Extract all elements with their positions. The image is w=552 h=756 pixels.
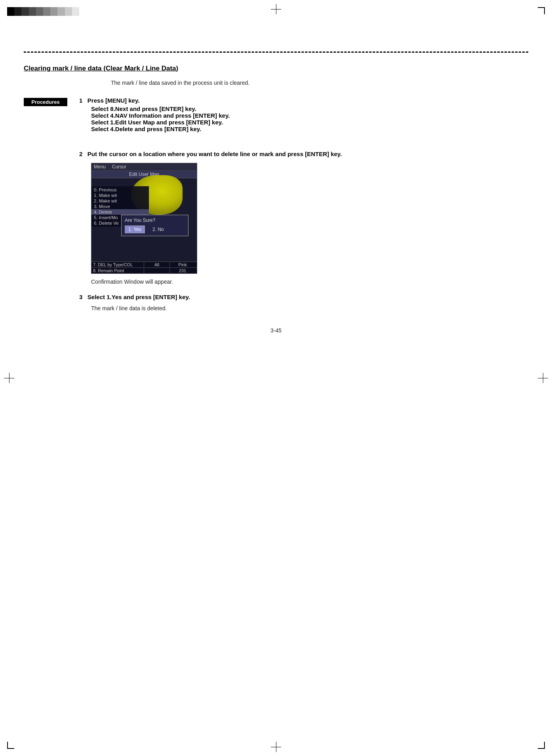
radar-bottom-label-1: 7. DEL by Type/COL bbox=[93, 262, 144, 267]
corner-mark-br bbox=[538, 742, 545, 749]
final-note: The mark / line data is deleted. bbox=[91, 305, 528, 311]
radar-bottom-all-1: All bbox=[144, 262, 169, 267]
radar-bottom-all-2 bbox=[144, 268, 169, 273]
step3-number: 3 Select 1.Yes and press [ENTER] key. bbox=[79, 294, 528, 300]
radar-menu-item-4: 4. Delete bbox=[91, 209, 149, 215]
procedures-badge: Procedures bbox=[24, 98, 67, 106]
step1-line3: Select 4.NAV Information and press [ENTE… bbox=[91, 112, 528, 119]
radar-cursor-label: Cursor bbox=[112, 164, 126, 170]
crosshair-top bbox=[271, 4, 281, 14]
radar-menu-item-2: 2. Make wit bbox=[91, 198, 149, 204]
confirm-buttons: 1. Yes 2. No bbox=[125, 225, 185, 233]
page-number: 3-45 bbox=[0, 327, 552, 334]
radar-bottom-val-1: Pink bbox=[169, 262, 195, 267]
step3-container: 3 Select 1.Yes and press [ENTER] key. Th… bbox=[79, 294, 528, 311]
confirm-separator bbox=[148, 227, 149, 232]
subtitle: The mark / line data saved in the proces… bbox=[111, 80, 528, 86]
confirm-dialog: Are You Sure? 1. Yes 2. No bbox=[121, 215, 188, 236]
corner-mark-bl bbox=[7, 742, 14, 749]
radar-bottom-label-2: 8. Remain Point bbox=[93, 268, 144, 273]
confirm-yes-btn[interactable]: 1. Yes bbox=[125, 225, 145, 233]
radar-bottom-row-1: 7. DEL by Type/COL All Pink bbox=[91, 262, 197, 267]
radar-screen-wrapper: Menu Cursor Edit User Map 0. Previous 1.… bbox=[91, 163, 528, 274]
radar-menu-item-1: 1. Make wit bbox=[91, 193, 149, 198]
main-content: Clearing mark / line data (Clear Mark / … bbox=[24, 53, 528, 311]
radar-bottom-val-2: 231 bbox=[169, 268, 195, 273]
radar-bottom: 7. DEL by Type/COL All Pink 8. Remain Po… bbox=[91, 262, 197, 273]
radar-menu-item-0: 0. Previous bbox=[91, 187, 149, 193]
corner-mark-tr bbox=[538, 7, 545, 14]
radar-menu-label: Menu bbox=[94, 164, 106, 170]
crosshair-left bbox=[4, 373, 14, 383]
radar-menu-item-3: 3. Move bbox=[91, 204, 149, 209]
step1-content: 1 Press [MENU] key. Select 8.Next and pr… bbox=[79, 97, 528, 141]
step1-lines: Select 8.Next and press [ENTER] key. Sel… bbox=[91, 105, 528, 132]
step1: 1 Press [MENU] key. Select 8.Next and pr… bbox=[79, 97, 528, 132]
step2-container: 2 Put the cursor on a location where you… bbox=[79, 151, 528, 285]
step1-line5: Select 4.Delete and press [ENTER] key. bbox=[91, 126, 528, 132]
step2-header: 2 Put the cursor on a location where you… bbox=[79, 151, 528, 157]
confirm-dialog-title: Are You Sure? bbox=[125, 218, 185, 223]
radar-top-bar: Menu Cursor bbox=[91, 163, 197, 171]
step1-container: Procedures 1 Press [MENU] key. Select 8.… bbox=[24, 97, 528, 141]
crosshair-right bbox=[538, 373, 548, 383]
crosshair-bottom bbox=[271, 742, 281, 752]
confirm-no-label: 2. No bbox=[152, 227, 164, 232]
step1-number: 1 Press [MENU] key. bbox=[79, 97, 528, 104]
grayscale-bar bbox=[7, 7, 86, 16]
step1-line4: Select 1.Edit User Map and press [ENTER]… bbox=[91, 119, 528, 126]
step2-text: Put the cursor on a location where you w… bbox=[88, 151, 342, 157]
step3-text: Select 1.Yes and press [ENTER] key. bbox=[88, 294, 190, 300]
step1-line2: Select 8.Next and press [ENTER] key. bbox=[91, 105, 528, 112]
step1-line1: Press [MENU] key. bbox=[88, 97, 139, 104]
confirmation-note: Confirmation Window will appear. bbox=[91, 279, 528, 285]
section-title: Clearing mark / line data (Clear Mark / … bbox=[24, 65, 528, 73]
radar-screen: Menu Cursor Edit User Map 0. Previous 1.… bbox=[91, 163, 197, 274]
radar-bottom-row-2: 8. Remain Point 231 bbox=[91, 267, 197, 273]
